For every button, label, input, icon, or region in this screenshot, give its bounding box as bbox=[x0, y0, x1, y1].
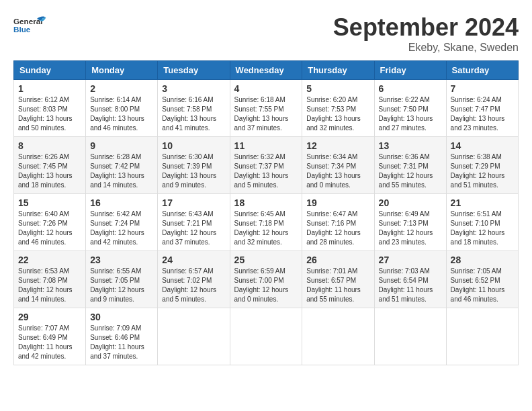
sunrise: Sunrise: 6:40 AM bbox=[18, 210, 81, 219]
cell-info: Sunrise: 6:36 AM Sunset: 7:31 PM Dayligh… bbox=[379, 152, 442, 190]
svg-text:Blue: Blue bbox=[13, 25, 31, 34]
daylight: Daylight: 11 hours and 51 minutes. bbox=[379, 285, 442, 304]
table-row: 26 Sunrise: 7:01 AM Sunset: 6:57 PM Dayl… bbox=[302, 251, 374, 308]
sunset: Sunset: 7:00 PM bbox=[234, 276, 298, 285]
table-row: 8 Sunrise: 6:26 AM Sunset: 7:45 PM Dayli… bbox=[14, 137, 86, 194]
cell-info: Sunrise: 6:51 AM Sunset: 7:10 PM Dayligh… bbox=[451, 210, 514, 247]
table-row bbox=[302, 308, 374, 365]
cell-info: Sunrise: 6:22 AM Sunset: 7:50 PM Dayligh… bbox=[379, 95, 442, 133]
daylight: Daylight: 13 hours and 18 minutes. bbox=[18, 171, 81, 190]
sunset: Sunset: 7:58 PM bbox=[162, 105, 225, 114]
table-row: 22 Sunrise: 6:53 AM Sunset: 7:08 PM Dayl… bbox=[14, 251, 86, 308]
sunrise: Sunrise: 6:47 AM bbox=[306, 210, 369, 219]
table-row: 6 Sunrise: 6:22 AM Sunset: 7:50 PM Dayli… bbox=[374, 80, 446, 137]
sunrise: Sunrise: 6:32 AM bbox=[234, 152, 298, 162]
daylight: Daylight: 11 hours and 46 minutes. bbox=[451, 285, 514, 304]
sunrise: Sunrise: 6:36 AM bbox=[379, 152, 442, 162]
cell-info: Sunrise: 6:30 AM Sunset: 7:39 PM Dayligh… bbox=[162, 152, 225, 190]
day-number: 8 bbox=[18, 140, 81, 151]
day-number: 12 bbox=[306, 140, 369, 151]
table-row: 21 Sunrise: 6:51 AM Sunset: 7:10 PM Dayl… bbox=[446, 194, 518, 251]
day-number: 23 bbox=[90, 255, 153, 265]
daylight: Daylight: 13 hours and 37 minutes. bbox=[234, 114, 298, 133]
daylight: Daylight: 12 hours and 37 minutes. bbox=[162, 228, 225, 247]
cell-info: Sunrise: 6:24 AM Sunset: 7:47 PM Dayligh… bbox=[451, 95, 514, 133]
table-row: 27 Sunrise: 7:03 AM Sunset: 6:54 PM Dayl… bbox=[374, 251, 446, 308]
cell-info: Sunrise: 7:09 AM Sunset: 6:46 PM Dayligh… bbox=[90, 324, 153, 361]
day-number: 1 bbox=[18, 83, 81, 94]
table-row: 20 Sunrise: 6:49 AM Sunset: 7:13 PM Dayl… bbox=[374, 194, 446, 251]
title-block: September 2024 Ekeby, Skane, Sweden bbox=[333, 13, 519, 54]
sunrise: Sunrise: 6:57 AM bbox=[162, 267, 225, 276]
daylight: Daylight: 13 hours and 9 minutes. bbox=[162, 171, 225, 190]
sunrise: Sunrise: 6:18 AM bbox=[234, 95, 298, 105]
sunset: Sunset: 7:34 PM bbox=[306, 162, 369, 171]
cell-info: Sunrise: 6:59 AM Sunset: 7:00 PM Dayligh… bbox=[234, 267, 298, 304]
sunset: Sunset: 7:13 PM bbox=[379, 219, 442, 228]
table-row bbox=[230, 308, 302, 365]
cell-info: Sunrise: 7:05 AM Sunset: 6:52 PM Dayligh… bbox=[451, 267, 514, 304]
table-row: 16 Sunrise: 6:42 AM Sunset: 7:24 PM Dayl… bbox=[86, 194, 158, 251]
daylight: Daylight: 13 hours and 5 minutes. bbox=[234, 171, 298, 190]
table-row: 1 Sunrise: 6:12 AM Sunset: 8:03 PM Dayli… bbox=[14, 80, 86, 137]
sunset: Sunset: 6:52 PM bbox=[451, 276, 514, 285]
sunrise: Sunrise: 6:51 AM bbox=[451, 210, 514, 219]
daylight: Daylight: 13 hours and 27 minutes. bbox=[379, 114, 442, 133]
table-row: 28 Sunrise: 7:05 AM Sunset: 6:52 PM Dayl… bbox=[446, 251, 518, 308]
day-number: 2 bbox=[90, 83, 153, 94]
table-row: 13 Sunrise: 6:36 AM Sunset: 7:31 PM Dayl… bbox=[374, 137, 446, 194]
day-number: 25 bbox=[234, 255, 298, 265]
daylight: Daylight: 12 hours and 5 minutes. bbox=[162, 285, 225, 304]
cell-info: Sunrise: 6:53 AM Sunset: 7:08 PM Dayligh… bbox=[18, 267, 81, 304]
header-saturday: Saturday bbox=[446, 61, 518, 80]
sunrise: Sunrise: 6:38 AM bbox=[451, 152, 514, 162]
table-row: 18 Sunrise: 6:45 AM Sunset: 7:18 PM Dayl… bbox=[230, 194, 302, 251]
cell-info: Sunrise: 6:45 AM Sunset: 7:18 PM Dayligh… bbox=[234, 210, 298, 247]
calendar-header-row: Sunday Monday Tuesday Wednesday Thursday… bbox=[14, 61, 519, 80]
page-header: General Blue September 2024 Ekeby, Skane… bbox=[13, 13, 519, 54]
sunset: Sunset: 7:37 PM bbox=[234, 162, 298, 171]
table-row: 24 Sunrise: 6:57 AM Sunset: 7:02 PM Dayl… bbox=[158, 251, 230, 308]
table-row bbox=[446, 308, 518, 365]
table-row: 9 Sunrise: 6:28 AM Sunset: 7:42 PM Dayli… bbox=[86, 137, 158, 194]
cell-info: Sunrise: 6:42 AM Sunset: 7:24 PM Dayligh… bbox=[90, 210, 153, 247]
daylight: Daylight: 12 hours and 9 minutes. bbox=[90, 285, 153, 304]
daylight: Daylight: 12 hours and 23 minutes. bbox=[379, 228, 442, 247]
table-row: 15 Sunrise: 6:40 AM Sunset: 7:26 PM Dayl… bbox=[14, 194, 86, 251]
cell-info: Sunrise: 6:28 AM Sunset: 7:42 PM Dayligh… bbox=[90, 152, 153, 190]
header-friday: Friday bbox=[374, 61, 446, 80]
table-row: 5 Sunrise: 6:20 AM Sunset: 7:53 PM Dayli… bbox=[302, 80, 374, 137]
logo-icon: General Blue bbox=[13, 13, 47, 40]
sunset: Sunset: 7:39 PM bbox=[162, 162, 225, 171]
sunrise: Sunrise: 6:12 AM bbox=[18, 95, 81, 105]
header-thursday: Thursday bbox=[302, 61, 374, 80]
daylight: Daylight: 13 hours and 23 minutes. bbox=[451, 114, 514, 133]
daylight: Daylight: 12 hours and 28 minutes. bbox=[306, 228, 369, 247]
daylight: Daylight: 12 hours and 32 minutes. bbox=[234, 228, 298, 247]
cell-info: Sunrise: 6:57 AM Sunset: 7:02 PM Dayligh… bbox=[162, 267, 225, 304]
sunrise: Sunrise: 6:45 AM bbox=[234, 210, 298, 219]
cell-info: Sunrise: 7:01 AM Sunset: 6:57 PM Dayligh… bbox=[306, 267, 369, 304]
day-number: 22 bbox=[18, 255, 81, 265]
table-row: 4 Sunrise: 6:18 AM Sunset: 7:55 PM Dayli… bbox=[230, 80, 302, 137]
cell-info: Sunrise: 6:32 AM Sunset: 7:37 PM Dayligh… bbox=[234, 152, 298, 190]
sunrise: Sunrise: 6:49 AM bbox=[379, 210, 442, 219]
sunrise: Sunrise: 7:01 AM bbox=[306, 267, 369, 276]
sunset: Sunset: 7:02 PM bbox=[162, 276, 225, 285]
sunset: Sunset: 7:55 PM bbox=[234, 105, 298, 114]
sunset: Sunset: 6:57 PM bbox=[306, 276, 369, 285]
cell-info: Sunrise: 6:12 AM Sunset: 8:03 PM Dayligh… bbox=[18, 95, 81, 133]
cell-info: Sunrise: 6:47 AM Sunset: 7:16 PM Dayligh… bbox=[306, 210, 369, 247]
cell-info: Sunrise: 6:20 AM Sunset: 7:53 PM Dayligh… bbox=[306, 95, 369, 133]
daylight: Daylight: 11 hours and 37 minutes. bbox=[90, 342, 153, 361]
day-number: 6 bbox=[379, 83, 442, 94]
daylight: Daylight: 12 hours and 18 minutes. bbox=[451, 228, 514, 247]
sunset: Sunset: 6:49 PM bbox=[18, 333, 81, 342]
logo: General Blue bbox=[13, 13, 47, 40]
sunset: Sunset: 7:29 PM bbox=[451, 162, 514, 171]
day-number: 4 bbox=[234, 83, 298, 94]
table-row: 23 Sunrise: 6:55 AM Sunset: 7:05 PM Dayl… bbox=[86, 251, 158, 308]
daylight: Daylight: 12 hours and 14 minutes. bbox=[18, 285, 81, 304]
table-row: 7 Sunrise: 6:24 AM Sunset: 7:47 PM Dayli… bbox=[446, 80, 518, 137]
sunset: Sunset: 6:46 PM bbox=[90, 333, 153, 342]
